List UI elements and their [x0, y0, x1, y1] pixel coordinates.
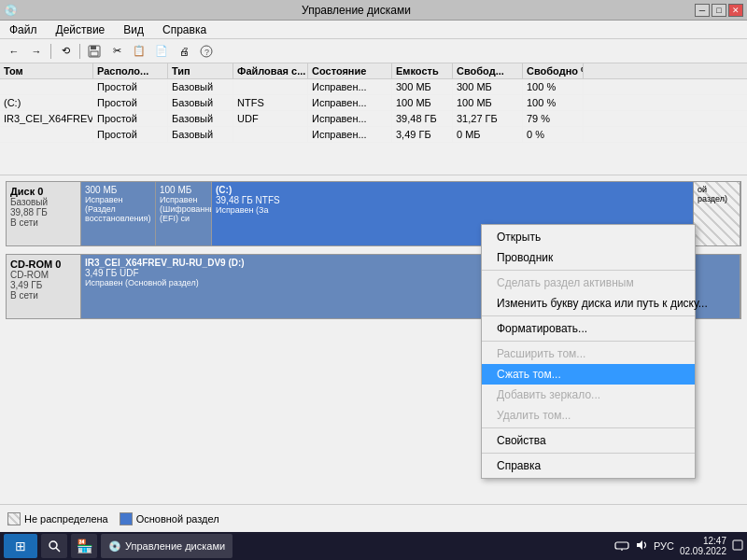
svg-rect-1 [91, 46, 96, 49]
part-name: (C:) [216, 185, 689, 195]
ctx-extend: Расширить том... [482, 343, 695, 364]
ctx-shrink[interactable]: Сжать том... [482, 364, 695, 385]
cut-button[interactable]: ✂ [106, 42, 127, 61]
ctx-separator-1 [482, 270, 695, 271]
cdrom0-type: CD-ROM [10, 270, 77, 280]
ctx-explorer[interactable]: Проводник [482, 247, 695, 268]
svg-rect-10 [733, 540, 742, 550]
header-fs: Файловая с... [233, 63, 308, 78]
legend-main-box [120, 512, 133, 525]
table-row[interactable]: Простой Базовый Исправен... 3,49 ГБ 0 МБ… [0, 127, 747, 143]
part-size: 300 МБ [85, 185, 151, 195]
context-menu: Открыть Проводник Сделать раздел активны… [481, 224, 696, 479]
ctx-separator-5 [482, 453, 695, 454]
taskbar-network-icon [614, 539, 629, 553]
back-button[interactable]: ← [4, 42, 24, 61]
legend-unalloc-label: Не распределена [24, 513, 108, 525]
title-bar-icon: 💿 [4, 4, 18, 17]
legend-main-label: Основной раздел [136, 513, 219, 525]
part-status: Исправен (За [216, 205, 689, 215]
toolbar: ← → ⟲ ✂ 📋 📄 🖨 ? [0, 39, 747, 63]
part-size: 100 МБ [160, 185, 207, 195]
taskbar: ⊞ 🏪 💿 Управление дисками РУС 12:47 02.09… [0, 532, 747, 560]
ctx-separator-4 [482, 427, 695, 428]
legend-main: Основной раздел [120, 512, 219, 525]
cdrom0-name: CD-ROM 0 [10, 259, 77, 270]
save-button[interactable] [84, 42, 105, 61]
copy-button[interactable]: 📋 [129, 42, 149, 61]
table-row[interactable]: Простой Базовый Исправен... 300 МБ 300 М… [0, 79, 747, 95]
taskbar-date-value: 02.09.2022 [680, 546, 726, 556]
svg-marker-9 [637, 540, 642, 550]
title-bar-title: Управление дисками [18, 4, 695, 17]
ctx-help[interactable]: Справка [482, 455, 695, 476]
ctx-change-letter[interactable]: Изменить букву диска или путь к диску... [482, 293, 695, 314]
legend-unalloc: Не распределена [7, 512, 108, 525]
header-sost: Состояние [308, 63, 392, 78]
close-button[interactable]: ✕ [728, 4, 743, 17]
disk0-partition-efi[interactable]: 100 МБ Исправен (Шифрованный (EFI) си [156, 182, 212, 245]
ctx-properties[interactable]: Свойства [482, 430, 695, 451]
table-row[interactable]: (C:) Простой Базовый NTFS Исправен... 10… [0, 95, 747, 111]
svg-text:?: ? [204, 48, 209, 57]
taskbar-right: РУС 12:47 02.09.2022 [614, 536, 743, 556]
menu-action[interactable]: Действие [50, 21, 111, 38]
disk0-label: Диск 0 Базовый 39,88 ГБ В сети [7, 182, 81, 245]
taskbar-time-value: 12:47 [703, 536, 726, 546]
disk0-partition-recovery[interactable]: 300 МБ Исправен (Раздел восстановления) [81, 182, 156, 245]
help-icon-button[interactable]: ? [196, 42, 217, 61]
paste-button[interactable]: 📄 [151, 42, 172, 61]
disk0-size: 39,88 ГБ [10, 207, 77, 217]
disk0-status: В сети [10, 217, 77, 228]
volumes-table: Том Располо... Тип Файловая с... Состоян… [0, 63, 747, 175]
maximize-button[interactable]: □ [712, 4, 726, 17]
table-header: Том Располо... Тип Файловая с... Состоян… [0, 63, 747, 79]
ctx-delete: Удалить том... [482, 405, 695, 426]
header-svob: Свобод... [453, 63, 523, 78]
svg-rect-7 [615, 542, 628, 549]
print-button[interactable]: 🖨 [174, 42, 194, 61]
header-emk: Емкость [392, 63, 453, 78]
cdrom0-status: В сети [10, 290, 77, 301]
toolbar-separator-2 [79, 44, 80, 59]
taskbar-diskmgmt-app[interactable]: 💿 Управление дисками [101, 534, 233, 558]
svg-rect-2 [91, 51, 98, 56]
cdrom0-label: CD-ROM 0 CD-ROM 3,49 ГБ В сети [7, 255, 81, 318]
forward-button[interactable]: → [26, 42, 47, 61]
disk0-type: Базовый [10, 197, 77, 207]
menu-help[interactable]: Справка [157, 21, 212, 38]
disk0-name: Диск 0 [10, 186, 77, 197]
taskbar-search-icon[interactable] [41, 534, 67, 558]
taskbar-store-icon[interactable]: 🏪 [71, 534, 97, 558]
status-bar: Не распределена Основной раздел [0, 504, 747, 532]
ctx-separator-3 [482, 341, 695, 342]
ctx-format[interactable]: Форматировать... [482, 318, 695, 339]
toolbar-separator-1 [50, 44, 51, 59]
store-icon: 🏪 [77, 539, 92, 553]
legend-unalloc-box [7, 512, 21, 525]
taskbar-notification-icon [732, 539, 743, 553]
svg-line-6 [56, 548, 60, 552]
taskbar-volume-icon [635, 539, 648, 553]
menu-view[interactable]: Вид [118, 21, 149, 38]
minimize-button[interactable]: ─ [695, 4, 710, 17]
disk0-partition-unalloc[interactable]: ой раздел) [694, 182, 740, 245]
ctx-separator-2 [482, 315, 695, 316]
header-tip: Тип [168, 63, 233, 78]
cdrom0-size: 3,49 ГБ [10, 280, 77, 290]
header-svobp: Свободно % [523, 63, 584, 78]
refresh-button[interactable]: ⟲ [55, 42, 76, 61]
diskmgmt-label: Управление дисками [125, 540, 225, 552]
header-rasp: Располо... [93, 63, 168, 78]
part-fs: 39,48 ГБ NTFS [216, 195, 689, 205]
diskmgmt-icon: 💿 [108, 540, 121, 553]
menu-file[interactable]: Файл [4, 21, 43, 38]
start-button[interactable]: ⊞ [4, 534, 37, 558]
taskbar-lang: РУС [654, 540, 674, 552]
part-status: Исправен (Раздел восстановления) [85, 195, 151, 223]
taskbar-clock: 12:47 02.09.2022 [680, 536, 726, 556]
ctx-open[interactable]: Открыть [482, 227, 695, 247]
svg-point-5 [49, 541, 57, 549]
header-tom: Том [0, 63, 93, 78]
table-row[interactable]: IR3_CEI_X64FREV_... Простой Базовый UDF … [0, 111, 747, 127]
